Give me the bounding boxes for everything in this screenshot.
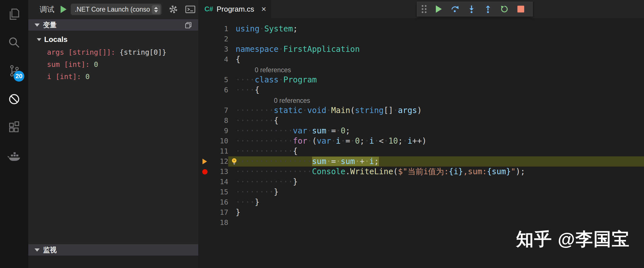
code-text: } xyxy=(228,207,644,218)
code-token: } xyxy=(236,208,240,217)
start-debug-button[interactable] xyxy=(61,6,67,13)
launch-config-select[interactable]: .NET Core Launch (consol xyxy=(71,3,162,15)
current-statement-arrow-icon[interactable] xyxy=(202,159,207,164)
code-token: $"当前i值为: xyxy=(398,167,449,176)
code-line[interactable]: 6····{ xyxy=(198,85,644,95)
codelens-references-link[interactable]: 0 references xyxy=(274,95,310,106)
variable-row[interactable]: i [int]: 0 xyxy=(28,71,198,83)
code-token: namespace xyxy=(236,44,279,54)
activity-item-debug[interactable] xyxy=(0,85,28,113)
code-line[interactable]: 3namespace·FirstApplication xyxy=(198,44,644,54)
continue-icon xyxy=(436,5,442,13)
code-line[interactable]: 16····} xyxy=(198,197,644,207)
breakpoint-gutter[interactable] xyxy=(198,116,211,126)
locals-scope[interactable]: Locals xyxy=(28,31,198,46)
code-line[interactable]: 4{ xyxy=(198,54,644,65)
breakpoint-gutter[interactable] xyxy=(198,65,211,75)
code-line[interactable]: 17} xyxy=(198,207,644,218)
step-into-button[interactable] xyxy=(463,3,480,16)
code-line[interactable]: 1using·System; xyxy=(198,24,644,34)
code-token: args xyxy=(398,106,417,115)
code-token: } xyxy=(293,177,298,186)
step-out-button[interactable] xyxy=(480,3,496,16)
close-icon[interactable]: × xyxy=(261,5,266,13)
configure-gear-button[interactable] xyxy=(169,5,178,14)
launch-config-value: .NET Core Launch (consol xyxy=(75,6,150,13)
code-token: 0 xyxy=(341,126,346,135)
drag-handle[interactable] xyxy=(422,5,427,13)
code-text: ········static·void·Main(string[]·args) xyxy=(228,105,644,116)
restart-button[interactable] xyxy=(496,3,513,16)
scm-badge: 20 xyxy=(14,71,24,82)
breakpoint-gutter[interactable] xyxy=(198,126,211,136)
codelens-references-link[interactable]: 0 references xyxy=(255,65,291,75)
watch-section-header[interactable]: 监视 xyxy=(28,244,198,256)
editor-area: C# Program.cs × xyxy=(198,0,644,268)
breakpoint-gutter[interactable] xyxy=(198,54,211,65)
code-line[interactable]: 2 xyxy=(198,34,644,44)
activity-item-search[interactable] xyxy=(0,28,28,57)
code-line[interactable]: 12················sum·=·sum·+·i; xyxy=(198,156,644,167)
activity-item-docker[interactable] xyxy=(0,142,28,170)
code-line[interactable]: 18 xyxy=(198,218,644,228)
code-line[interactable]: 15········} xyxy=(198,187,644,197)
gear-icon xyxy=(169,5,178,14)
code-token: · xyxy=(326,106,331,115)
line-number: 17 xyxy=(211,207,228,218)
breakpoint-gutter[interactable] xyxy=(198,34,211,44)
code-token: {i} xyxy=(449,167,463,176)
variable-row[interactable]: args [string[]]: {string[0]} xyxy=(28,46,198,58)
code-line[interactable]: 7········static·void·Main(string[]·args) xyxy=(198,105,644,116)
activity-item-explorer[interactable] xyxy=(0,0,28,28)
breakpoint-gutter[interactable] xyxy=(198,177,211,187)
tab-program-cs[interactable]: C# Program.cs × xyxy=(198,0,271,18)
breakpoint-gutter[interactable] xyxy=(198,85,211,95)
code-token: class xyxy=(255,75,278,84)
line-number: 4 xyxy=(211,54,228,65)
codelens-row: 0 references xyxy=(198,65,644,75)
code-line[interactable]: 13················Console.WriteLine($"当前… xyxy=(198,167,644,177)
continue-button[interactable] xyxy=(430,3,447,16)
breakpoint-gutter[interactable] xyxy=(198,207,211,218)
breakpoint-gutter[interactable] xyxy=(198,187,211,197)
breakpoint-gutter[interactable] xyxy=(198,24,211,34)
code-token: ········ xyxy=(236,187,274,197)
code-line[interactable]: 14············} xyxy=(198,177,644,187)
breakpoint-gutter[interactable] xyxy=(198,167,211,177)
code-text: ········{ xyxy=(228,116,644,126)
step-over-button[interactable] xyxy=(447,3,463,16)
code-line[interactable]: 5····class·Program xyxy=(198,75,644,85)
breakpoint-gutter[interactable] xyxy=(198,218,211,228)
code-text xyxy=(228,218,644,228)
code-token: { xyxy=(293,146,298,156)
activity-item-source-control[interactable]: 20 xyxy=(0,57,28,85)
search-icon xyxy=(7,36,21,49)
code-token: · xyxy=(350,136,355,146)
code-token: Console xyxy=(312,167,346,176)
stop-button[interactable] xyxy=(513,3,529,16)
code-text: ············for·(var·i·=·0;·i·<·10;·i++) xyxy=(228,136,644,146)
breakpoint-gutter[interactable] xyxy=(198,95,211,105)
variable-row[interactable]: sum [int]: 0 xyxy=(28,58,198,71)
breakpoint-gutter[interactable] xyxy=(198,197,211,207)
code-token: ············ xyxy=(236,126,293,135)
activity-item-extensions[interactable] xyxy=(0,113,28,142)
code-line[interactable]: 9············var·sum·=·0; xyxy=(198,126,644,136)
code-token: · xyxy=(326,126,331,135)
collapse-all-button[interactable] xyxy=(185,22,192,30)
breakpoint-gutter[interactable] xyxy=(198,136,211,146)
code-line[interactable]: 8········{ xyxy=(198,116,644,126)
breakpoint-gutter[interactable] xyxy=(198,75,211,85)
variables-section-header[interactable]: 变量 xyxy=(28,19,198,31)
breakpoint-gutter[interactable] xyxy=(198,105,211,116)
debug-console-button[interactable] xyxy=(185,5,196,14)
code-line[interactable]: 11············{ xyxy=(198,146,644,156)
breakpoint-gutter[interactable] xyxy=(198,156,211,167)
locals-list: args [string[]]: {string[0]}sum [int]: 0… xyxy=(28,46,198,83)
breakpoint-gutter[interactable] xyxy=(198,146,211,156)
breakpoint-icon[interactable] xyxy=(202,169,208,175)
code-token: Program xyxy=(283,75,317,84)
code-line[interactable]: 10············for·(var·i·=·0;·i·<·10;·i+… xyxy=(198,136,644,146)
code-token: using xyxy=(236,24,259,33)
breakpoint-gutter[interactable] xyxy=(198,44,211,54)
